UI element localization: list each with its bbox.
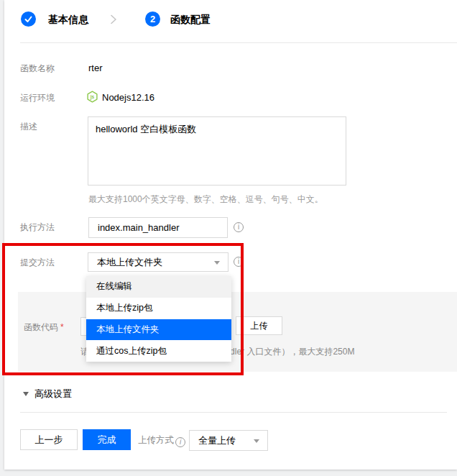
finish-button[interactable]: 完成 xyxy=(83,429,131,450)
nodejs-icon: js xyxy=(86,91,98,103)
function-name-value: rter xyxy=(88,63,103,73)
info-icon[interactable]: i xyxy=(234,257,244,267)
upload-mode-value: 全量上传 xyxy=(198,434,236,447)
description-textarea[interactable]: helloworld 空白模板函数 xyxy=(88,116,346,186)
footer-divider xyxy=(20,412,447,413)
step2-number: 2 xyxy=(150,14,155,24)
handler-value: index.main_handler xyxy=(98,222,179,233)
upload-button[interactable]: 上传 xyxy=(236,316,282,335)
dropdown-option-cos-zip[interactable]: 通过cos上传zip包 xyxy=(86,340,231,362)
step1-done-badge xyxy=(21,12,36,27)
check-icon xyxy=(24,14,33,24)
info-icon[interactable]: i xyxy=(175,437,185,447)
required-asterisk: * xyxy=(60,322,64,332)
function-code-label-text: 函数代码 xyxy=(24,322,58,332)
step2-label: 函数配置 xyxy=(170,14,211,27)
info-icon[interactable]: i xyxy=(234,222,244,232)
triangle-down-icon xyxy=(23,392,29,396)
function-code-label: 函数代码* xyxy=(24,321,64,334)
description-helper-text: 最大支持1000个英文字母、数字、空格、逗号、句号、中文。 xyxy=(88,193,323,206)
step1-label: 基本信息 xyxy=(48,14,88,27)
submit-method-label: 提交方法 xyxy=(20,257,55,269)
step2-number-badge: 2 xyxy=(145,12,160,27)
chevron-down-icon xyxy=(254,439,259,443)
handler-label: 执行方法 xyxy=(20,221,55,234)
upload-mode-select[interactable]: 全量上传 xyxy=(189,430,268,451)
description-label: 描述 xyxy=(20,121,37,133)
submit-method-value: 本地上传文件夹 xyxy=(97,256,162,269)
submit-method-select[interactable]: 本地上传文件夹 xyxy=(88,252,228,272)
upload-mode-label-text: 上传方式 xyxy=(138,435,174,445)
advanced-settings-toggle[interactable]: 高级设置 xyxy=(23,388,72,401)
dropdown-option-local-folder[interactable]: 本地上传文件夹 xyxy=(86,319,231,341)
runtime-label: 运行环境 xyxy=(20,92,55,104)
nodejs-icon-text: js xyxy=(90,94,95,100)
submit-method-dropdown: 在线编辑 本地上传zip包 本地上传文件夹 通过cos上传zip包 xyxy=(86,276,231,362)
dropdown-option-online-edit[interactable]: 在线编辑 xyxy=(86,276,231,298)
handler-input[interactable]: index.main_handler xyxy=(88,217,228,238)
stepper-divider xyxy=(20,42,457,43)
chevron-right-icon xyxy=(110,14,117,28)
runtime-value: Nodejs12.16 xyxy=(102,92,154,103)
dropdown-option-local-zip[interactable]: 本地上传zip包 xyxy=(86,298,231,319)
chevron-down-icon xyxy=(214,261,220,265)
function-name-label: 函数名称 xyxy=(20,63,55,75)
content-card: 基本信息 2 函数配置 函数名称 rter 运行环境 js Nodejs12.1… xyxy=(4,0,457,470)
advanced-settings-label: 高级设置 xyxy=(34,388,72,401)
previous-step-button[interactable]: 上一步 xyxy=(20,429,78,450)
upload-mode-label: 上传方式i xyxy=(138,434,185,447)
